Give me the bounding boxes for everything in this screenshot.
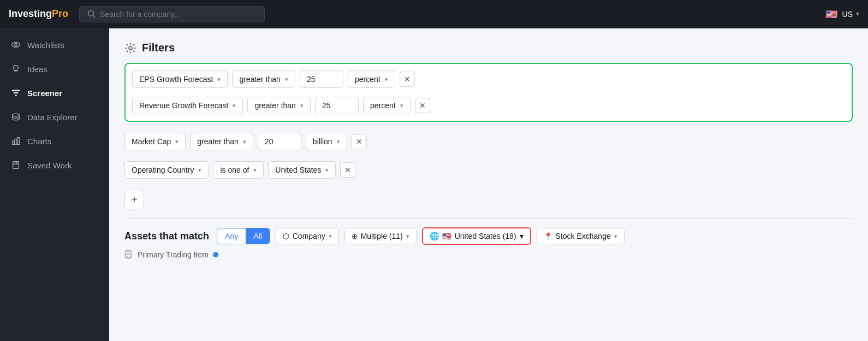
filters-header: Filters	[124, 42, 853, 54]
revenue-remove-button[interactable]: ✕	[415, 98, 430, 113]
company-chip[interactable]: ⬡ Company ▾	[276, 228, 339, 244]
primary-trading-label: Primary Trading Item	[138, 250, 209, 259]
sidebar-item-saved-work[interactable]: Saved Work	[0, 153, 109, 177]
sidebar-item-charts[interactable]: Charts	[0, 129, 109, 153]
search-bar[interactable]	[79, 6, 265, 22]
location-icon: 📍	[544, 232, 552, 240]
topnav-right: 🇺🇸 US ▾	[824, 7, 859, 22]
filters-title: Filters	[142, 42, 175, 54]
eps-field-dropdown[interactable]: EPS Growth Forecast ▾	[132, 70, 228, 88]
svg-rect-7	[13, 141, 15, 144]
eps-operator-dropdown[interactable]: greater than ▾	[232, 70, 295, 88]
gear-icon	[124, 42, 136, 54]
market-cap-operator-dropdown[interactable]: greater than ▾	[190, 133, 253, 150]
sidebar-label-saved-work: Saved Work	[27, 161, 72, 170]
chevron-down-icon: ▾	[337, 138, 340, 145]
logo: InvestingPro	[9, 8, 68, 20]
globe-icon: 🌐	[430, 232, 439, 240]
multiple-chip[interactable]: ⊕ Multiple (11) ▾	[344, 228, 417, 244]
exchange-chip[interactable]: 📍 Stock Exchange ▾	[537, 228, 625, 244]
chevron-down-icon: ▾	[406, 233, 409, 240]
bar-chart-icon	[11, 136, 21, 146]
country-chip[interactable]: 🌐 🇺🇸 United States (18) ▾	[422, 227, 531, 245]
database-icon	[11, 112, 21, 122]
top-navigation: InvestingPro 🇺🇸 US ▾	[0, 0, 868, 28]
match-toggle-group: Any All	[217, 228, 270, 244]
sidebar-label-charts: Charts	[27, 137, 51, 146]
document-icon	[124, 250, 133, 259]
market-cap-unit-dropdown[interactable]: billion ▾	[306, 133, 347, 150]
multiple-label: Multiple (11)	[361, 232, 403, 240]
section-divider	[124, 218, 853, 219]
main-layout: Watchlists Ideas Screener Data Explorer	[0, 28, 868, 341]
chevron-down-icon: ▾	[198, 167, 201, 174]
sidebar-label-screener: Screener	[27, 89, 62, 98]
primary-trading-row: Primary Trading Item	[124, 250, 853, 259]
locale-label: US	[842, 10, 853, 19]
logo-investing: Investing	[9, 8, 52, 19]
filter-icon	[11, 88, 21, 98]
eps-field-label: EPS Growth Forecast	[139, 75, 213, 84]
market-cap-remove-button[interactable]: ✕	[352, 134, 367, 149]
svg-point-6	[13, 114, 20, 116]
sidebar-label-watchlists: Watchlists	[27, 40, 64, 50]
country-remove-button[interactable]: ✕	[340, 162, 355, 178]
flag-icon: 🇺🇸	[824, 7, 839, 22]
multiple-icon: ⊕	[352, 232, 358, 240]
country-value-dropdown[interactable]: United States ▾	[268, 161, 336, 179]
country-field-dropdown[interactable]: Operating Country ▾	[124, 161, 209, 179]
exchange-label: Stock Exchange	[556, 232, 611, 240]
eps-unit-label: percent	[355, 75, 381, 84]
country-value-label: United States	[275, 166, 321, 174]
bookmark-icon	[11, 160, 21, 170]
add-filter-button[interactable]: +	[124, 190, 144, 209]
chevron-down-icon: ▾	[300, 102, 304, 109]
sidebar-item-ideas[interactable]: Ideas	[0, 57, 109, 81]
main-content: Filters EPS Growth Forecast ▾ greater th…	[109, 28, 868, 341]
revenue-operator-dropdown[interactable]: greater than ▾	[247, 97, 311, 114]
chevron-down-icon: ▾	[325, 167, 329, 174]
market-cap-value-input[interactable]	[258, 133, 301, 150]
eps-operator-label: greater than	[239, 75, 281, 84]
revenue-field-dropdown[interactable]: Revenue Growth Forecast ▾	[132, 97, 243, 114]
sidebar-label-data-explorer: Data Explorer	[27, 113, 78, 122]
svg-rect-9	[17, 138, 20, 145]
toggle-all-button[interactable]: All	[246, 228, 270, 244]
sidebar: Watchlists Ideas Screener Data Explorer	[0, 28, 109, 341]
search-input[interactable]	[100, 10, 257, 19]
logo-pro: Pro	[52, 8, 68, 19]
country-filter-label: United States (18)	[455, 232, 516, 240]
lightbulb-icon	[11, 64, 21, 74]
country-operator-dropdown[interactable]: is one of ▾	[213, 161, 264, 179]
chevron-down-icon: ▾	[400, 102, 403, 109]
sidebar-item-screener[interactable]: Screener	[0, 81, 109, 105]
revenue-value-input[interactable]	[315, 97, 359, 114]
revenue-unit-dropdown[interactable]: percent ▾	[363, 97, 411, 114]
sidebar-label-ideas: Ideas	[27, 64, 47, 74]
toggle-any-button[interactable]: Any	[217, 228, 246, 244]
eps-value-input[interactable]	[300, 70, 343, 88]
assets-label: Assets that match	[124, 231, 209, 242]
sidebar-item-watchlists[interactable]: Watchlists	[0, 33, 109, 57]
eps-remove-button[interactable]: ✕	[400, 72, 415, 87]
svg-point-3	[15, 44, 17, 46]
chevron-down-icon: ▾	[285, 76, 288, 83]
market-cap-field-label: Market Cap	[132, 137, 171, 146]
country-field-label: Operating Country	[132, 166, 194, 174]
eps-unit-dropdown[interactable]: percent ▾	[348, 70, 395, 88]
chevron-down-icon: ▾	[253, 167, 257, 174]
country-operator-label: is one of	[220, 166, 249, 174]
filter-row-market-cap: Market Cap ▾ greater than ▾ billion ▾ ✕	[124, 127, 853, 156]
chevron-down-icon: ▾	[385, 76, 388, 83]
eye-icon	[11, 40, 21, 50]
chevron-down-icon: ▾	[217, 76, 221, 83]
filter-row-revenue: Revenue Growth Forecast ▾ greater than ▾…	[132, 95, 845, 116]
sidebar-item-data-explorer[interactable]: Data Explorer	[0, 105, 109, 129]
svg-rect-8	[15, 139, 17, 144]
revenue-unit-label: percent	[370, 101, 396, 110]
company-label: Company	[293, 232, 325, 240]
locale-button[interactable]: 🇺🇸 US ▾	[824, 7, 859, 22]
svg-point-2	[12, 43, 20, 48]
filter-row-operating-country: Operating Country ▾ is one of ▾ United S…	[124, 156, 853, 184]
market-cap-field-dropdown[interactable]: Market Cap ▾	[124, 133, 186, 150]
